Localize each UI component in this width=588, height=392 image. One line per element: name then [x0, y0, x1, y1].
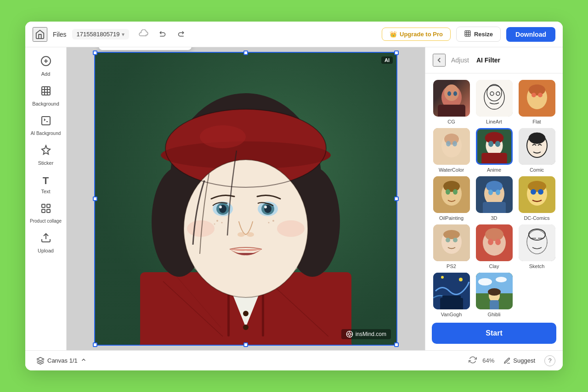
- svg-rect-130: [440, 298, 463, 309]
- filter-label-clay: Clay: [489, 263, 499, 269]
- cloud-icon: [138, 29, 148, 39]
- filter-item-clay[interactable]: Clay: [475, 224, 514, 269]
- resize-label: Resize: [474, 31, 493, 38]
- canvas-area[interactable]: AI NEW: [67, 47, 425, 350]
- floating-toolbar: AI NEW: [99, 47, 192, 50]
- sticker-icon: [40, 145, 51, 158]
- svg-point-86: [452, 141, 457, 146]
- svg-point-119: [485, 228, 503, 241]
- sidebar-item-label-sticker: Sticker: [38, 160, 54, 166]
- redo-button[interactable]: [173, 27, 188, 42]
- svg-point-40: [200, 125, 246, 148]
- watermark: insMind.com: [341, 329, 391, 339]
- tab-ai-filter[interactable]: AI Filter: [475, 56, 502, 65]
- svg-point-45: [219, 206, 222, 208]
- filter-item-ghibli[interactable]: Ghibli: [475, 273, 514, 317]
- upgrade-button[interactable]: 👑 Upgrade to Pro: [382, 28, 451, 41]
- panel-header: Adjust AI Filter: [425, 47, 563, 73]
- start-button[interactable]: Start: [432, 323, 556, 344]
- filter-item-dccomics[interactable]: DC-Comics: [517, 176, 556, 221]
- refresh-icon[interactable]: [469, 356, 477, 366]
- svg-rect-11: [47, 204, 50, 207]
- svg-point-98: [443, 181, 460, 192]
- filter-thumb-3d: [476, 176, 513, 213]
- svg-point-58: [268, 222, 270, 224]
- filter-label-anime: Anime: [487, 167, 501, 173]
- sidebar-item-label-text: Text: [41, 189, 50, 195]
- filter-label-flat: Flat: [532, 119, 541, 124]
- undo-button[interactable]: [156, 27, 170, 42]
- sidebar-item-text[interactable]: T Text: [28, 171, 64, 198]
- svg-point-99: [446, 189, 450, 195]
- filter-label-cg: CG: [447, 119, 455, 124]
- filter-thumb-comic: [519, 128, 555, 165]
- filter-item-sketch[interactable]: Sketch: [517, 224, 556, 269]
- filter-item-vangogh[interactable]: VanGogh: [432, 273, 471, 317]
- svg-point-128: [459, 278, 463, 281]
- filter-item-3d[interactable]: 3D: [475, 176, 514, 221]
- file-name-pill[interactable]: 1715581805719 ▾: [72, 29, 129, 39]
- svg-point-115: [446, 238, 450, 242]
- filter-item-ps2[interactable]: PS2: [432, 224, 471, 269]
- svg-point-90: [488, 141, 493, 147]
- svg-rect-0: [465, 31, 470, 36]
- upgrade-label: Upgrade to Pro: [400, 31, 443, 38]
- sidebar-item-label-ai-background: AI Background: [31, 131, 61, 136]
- svg-point-95: [529, 133, 545, 144]
- filter-item-oilpainting[interactable]: OilPainting: [432, 176, 471, 221]
- filter-label-comic: Comic: [530, 167, 544, 173]
- svg-rect-10: [42, 204, 45, 207]
- svg-point-105: [496, 190, 500, 195]
- main-area: Add Background: [25, 47, 563, 350]
- svg-rect-13: [47, 209, 50, 213]
- sidebar-item-label-add: Add: [41, 71, 51, 77]
- filter-item-cg[interactable]: CG: [432, 80, 471, 124]
- filter-label-dccomics: DC-Comics: [524, 215, 549, 221]
- svg-point-62: [348, 333, 351, 335]
- filter-item-flat[interactable]: Flat: [517, 80, 556, 124]
- home-button[interactable]: [33, 27, 47, 42]
- svg-point-121: [495, 239, 501, 245]
- download-button[interactable]: Download: [506, 27, 555, 42]
- bottom-bar: Canvas 1/1 64% Suggest ?: [25, 350, 563, 370]
- canvas-image[interactable]: AI insMind.com: [94, 52, 397, 346]
- tab-adjust[interactable]: Adjust: [449, 56, 471, 65]
- filter-thumb-clay: [476, 224, 513, 261]
- svg-point-129: [441, 276, 444, 279]
- suggest-button[interactable]: Suggest: [500, 355, 539, 366]
- sidebar-item-sticker[interactable]: Sticker: [28, 141, 64, 170]
- svg-point-134: [478, 278, 492, 286]
- sidebar-item-upload[interactable]: Upload: [28, 229, 64, 258]
- svg-point-55: [221, 222, 223, 224]
- svg-point-110: [531, 189, 536, 195]
- svg-point-89: [485, 132, 503, 144]
- sidebar-item-add[interactable]: Add: [28, 52, 64, 81]
- top-bar: Files 1715581805719 ▾ 👑 Up: [25, 22, 563, 47]
- chevron-down-icon: ▾: [122, 31, 124, 38]
- filter-item-lineart[interactable]: LineArt: [475, 80, 514, 124]
- filter-thumb-oilpainting: [433, 176, 470, 213]
- sidebar-item-ai-background[interactable]: AI Background: [28, 112, 64, 140]
- svg-point-69: [447, 91, 451, 96]
- portrait-illustration: [94, 52, 397, 346]
- filter-thumb-cg: [433, 80, 470, 117]
- filter-item-watercolor[interactable]: WaterColor: [432, 128, 471, 173]
- expand-icon: [80, 357, 87, 364]
- svg-point-111: [538, 189, 543, 195]
- help-button[interactable]: ?: [544, 355, 555, 366]
- svg-rect-106: [483, 202, 506, 213]
- zoom-level: 64%: [482, 357, 494, 364]
- filter-label-oilpainting: OilPainting: [439, 215, 464, 221]
- svg-marker-139: [37, 357, 44, 361]
- panel-back-button[interactable]: [433, 54, 446, 67]
- layers-button[interactable]: Canvas 1/1: [33, 355, 90, 367]
- resize-button[interactable]: Resize: [456, 27, 501, 42]
- sidebar-item-background[interactable]: Background: [28, 82, 64, 111]
- filter-item-comic[interactable]: Comic: [517, 128, 556, 173]
- file-name: 1715581805719: [77, 31, 120, 38]
- sidebar-item-product-collage[interactable]: Product collage: [28, 199, 64, 228]
- files-label[interactable]: Files: [53, 31, 67, 38]
- filter-label-vangogh: VanGogh: [441, 312, 462, 317]
- background-icon: [40, 85, 51, 99]
- filter-item-anime[interactable]: Anime: [475, 128, 514, 173]
